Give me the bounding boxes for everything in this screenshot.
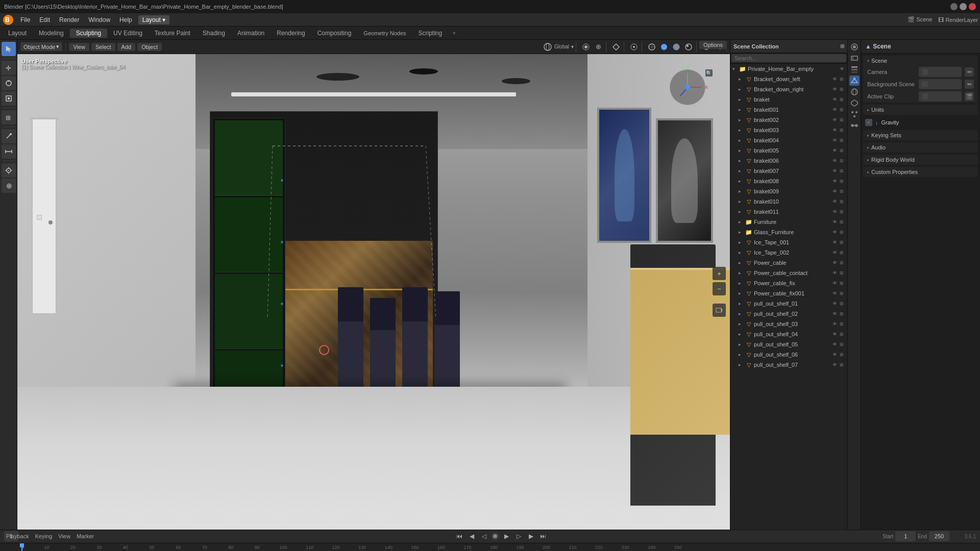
zoom-in-ctrl[interactable]: + bbox=[713, 267, 726, 280]
proportional-edit-btn[interactable] bbox=[628, 42, 640, 52]
outliner-item-pull-shelf-01[interactable]: ▸ ▽ pull_out_shelf_01 👁 ⊞ bbox=[730, 298, 847, 309]
vis-btn-bdr[interactable]: 👁 bbox=[831, 86, 838, 93]
prop-tab-render[interactable] bbox=[849, 42, 860, 52]
camera-eyedropper[interactable]: ✏ bbox=[965, 67, 974, 77]
outliner-item-power-cable[interactable]: ▸ ▽ Power_cable 👁 ⊞ bbox=[730, 258, 847, 268]
prop-tab-world[interactable] bbox=[849, 87, 860, 97]
keying-menu[interactable]: Keying bbox=[33, 532, 55, 540]
menu-file[interactable]: File bbox=[16, 15, 34, 24]
zoom-in-btn[interactable]: 🔍 bbox=[705, 69, 713, 77]
outliner-item-braket005[interactable]: ▸ ▽ braket005 👁 ⊞ bbox=[730, 145, 847, 156]
playback-menu[interactable]: Playback bbox=[4, 532, 31, 540]
bg-scene-input[interactable] bbox=[919, 79, 962, 89]
timeline-playhead[interactable] bbox=[21, 543, 22, 551]
visibility-icon[interactable]: 👁 bbox=[838, 65, 845, 72]
scene-section-header[interactable]: ▾ Scene bbox=[863, 56, 978, 66]
prop-tab-constraints[interactable] bbox=[849, 120, 860, 131]
outliner-item-braket009[interactable]: ▸ ▽ braket009 👁 ⊞ bbox=[730, 186, 847, 196]
jump-start-btn[interactable]: ⏮ bbox=[454, 531, 464, 541]
prop-tab-output[interactable] bbox=[849, 53, 860, 63]
outliner-item-braket004[interactable]: ▸ ▽ braket004 👁 ⊞ bbox=[730, 135, 847, 145]
tab-animation[interactable]: Animation bbox=[231, 29, 271, 38]
active-clip-eyedropper[interactable]: 🎬 bbox=[965, 92, 974, 101]
outliner-item-furniture[interactable]: ▸ 📁 Furniture 👁 ⊞ bbox=[730, 217, 847, 227]
zoom-out-ctrl[interactable]: − bbox=[713, 282, 726, 295]
solid-btn[interactable] bbox=[658, 42, 670, 52]
outliner-item-power-cable-fix[interactable]: ▸ ▽ Power_cable_fix 👁 ⊞ bbox=[730, 278, 847, 288]
tab-texture-paint[interactable]: Texture Paint bbox=[149, 29, 197, 38]
close-btn[interactable] bbox=[969, 3, 976, 10]
outliner-item-ice-tape-002[interactable]: ▸ ▽ Ice_Tape_002 👁 ⊞ bbox=[730, 247, 847, 258]
marker-menu[interactable]: Marker bbox=[75, 532, 96, 540]
menu-window[interactable]: Window bbox=[84, 15, 114, 24]
tab-rendering[interactable]: Rendering bbox=[271, 29, 311, 38]
select-tool-btn[interactable] bbox=[2, 42, 16, 56]
outliner-item-ice-tape-001[interactable]: ▸ ▽ Ice_Tape_001 👁 ⊞ bbox=[730, 237, 847, 247]
outliner-item-power-cable-contact[interactable]: ▸ ▽ Power_cable_contact 👁 ⊞ bbox=[730, 268, 847, 278]
rigid-body-world-header[interactable]: ▸ Rigid Body World bbox=[863, 155, 978, 165]
active-clip-input[interactable] bbox=[919, 91, 962, 102]
camera-input[interactable] bbox=[919, 67, 962, 77]
annotate-tool-btn[interactable] bbox=[2, 129, 16, 143]
add-workspace-btn[interactable]: + bbox=[448, 29, 460, 38]
prop-tab-object[interactable] bbox=[849, 98, 860, 108]
outliner-item-pull-shelf-04[interactable]: ▸ ▽ pull_out_shelf_04 👁 ⊞ bbox=[730, 329, 847, 339]
outliner-item-braket011[interactable]: ▸ ▽ braket011 👁 ⊞ bbox=[730, 207, 847, 217]
outliner-search-input[interactable] bbox=[731, 54, 846, 62]
prop-tab-view-layer[interactable] bbox=[849, 64, 860, 74]
blender-logo[interactable]: B bbox=[2, 14, 14, 26]
tab-geometry-nodes[interactable]: Geometry Nodes bbox=[357, 29, 412, 37]
global-local-toggle[interactable] bbox=[542, 42, 553, 52]
prev-keyframe-btn[interactable]: ◀ bbox=[467, 531, 477, 541]
restrict-btn-bdl[interactable]: ⊞ bbox=[838, 76, 845, 83]
outliner-item-braket007[interactable]: ▸ ▽ braket007 👁 ⊞ bbox=[730, 166, 847, 176]
transform-orientations-btn[interactable]: ⊕ bbox=[593, 42, 604, 52]
menu-render[interactable]: Render bbox=[55, 15, 83, 24]
outliner-item-pull-shelf-03[interactable]: ▸ ▽ pull_out_shelf_03 👁 ⊞ bbox=[730, 319, 847, 329]
outliner-item-private-home-bar[interactable]: ▾ 📁 Private_Home_Bar_empty 👁 bbox=[730, 64, 847, 74]
bg-scene-eyedropper[interactable]: ✏ bbox=[965, 80, 974, 89]
gravity-checkbox[interactable]: ✓ bbox=[865, 119, 872, 126]
add-menu[interactable]: Add bbox=[117, 43, 136, 51]
keying-sets-header[interactable]: ▸ Keying Sets bbox=[863, 130, 978, 140]
tab-sculpting[interactable]: Sculpting bbox=[70, 29, 107, 38]
select-menu[interactable]: Select bbox=[91, 43, 115, 51]
cursor-tool-btn[interactable] bbox=[2, 163, 16, 178]
outliner-item-pull-shelf-06[interactable]: ▸ ▽ pull_out_shelf_06 👁 ⊞ bbox=[730, 349, 847, 360]
pivot-point-btn[interactable] bbox=[580, 42, 592, 52]
outliner-filter-btn[interactable]: ⊞ bbox=[840, 43, 844, 49]
maximize-btn[interactable] bbox=[960, 3, 967, 10]
jump-end-btn[interactable]: ⏭ bbox=[538, 531, 548, 541]
object-mode-dropdown[interactable]: Object Mode ▾ bbox=[20, 42, 62, 51]
restrict-btn-bdr[interactable]: ⊞ bbox=[838, 86, 845, 93]
viewport-3d[interactable]: Object Mode ▾ View Select Add Object Glo… bbox=[17, 40, 730, 530]
outliner-item-braket001[interactable]: ▸ ▽ braket001 👁 ⊞ bbox=[730, 105, 847, 115]
rendered-btn[interactable] bbox=[683, 42, 694, 52]
next-keyframe-btn[interactable]: ▶ bbox=[526, 531, 536, 541]
snap-toggle-btn[interactable] bbox=[610, 42, 622, 52]
prop-tab-scene[interactable] bbox=[849, 76, 860, 86]
transform-tool-btn[interactable]: ⊞ bbox=[2, 110, 16, 124]
outliner-item-braket[interactable]: ▸ ▽ braket 👁 ⊞ bbox=[730, 94, 847, 105]
audio-section-header[interactable]: ▸ Audio bbox=[863, 142, 978, 153]
measure-tool-btn[interactable] bbox=[2, 144, 16, 159]
tab-compositing[interactable]: Compositing bbox=[311, 29, 358, 38]
tab-layout[interactable]: Layout bbox=[2, 29, 33, 38]
move-tool-btn[interactable]: ✛ bbox=[2, 61, 16, 75]
outliner-item-power-cable-fix001[interactable]: ▸ ▽ Power_cable_fix001 👁 ⊞ bbox=[730, 288, 847, 298]
outliner-item-braket002[interactable]: ▸ ▽ braket002 👁 ⊞ bbox=[730, 115, 847, 125]
timeline-ruler-area[interactable]: 1102030405060708090100110120130140150160… bbox=[0, 543, 980, 551]
outliner-item-bracket-down-left[interactable]: ▸ ▽ Bracket_down_left 👁 ⊞ bbox=[730, 74, 847, 84]
outliner-item-pull-shelf-02[interactable]: ▸ ▽ pull_out_shelf_02 👁 ⊞ bbox=[730, 309, 847, 319]
scale-tool-btn[interactable] bbox=[2, 91, 16, 106]
tab-modeling[interactable]: Modeling bbox=[33, 29, 70, 38]
rotate-tool-btn[interactable] bbox=[2, 76, 16, 90]
material-preview-btn[interactable] bbox=[671, 42, 682, 52]
tab-shading[interactable]: Shading bbox=[197, 29, 231, 38]
outliner-item-bracket-down-right[interactable]: ▸ ▽ Bracket_down_right 👁 ⊞ bbox=[730, 84, 847, 94]
step-forward-btn[interactable]: ▷ bbox=[513, 531, 524, 541]
navigation-gizmo[interactable]: X Y 🔍 bbox=[670, 69, 716, 115]
play-btn[interactable]: ▶ bbox=[501, 531, 511, 541]
view-menu[interactable]: View bbox=[56, 532, 72, 540]
step-backward-btn[interactable]: ◁ bbox=[479, 531, 489, 541]
